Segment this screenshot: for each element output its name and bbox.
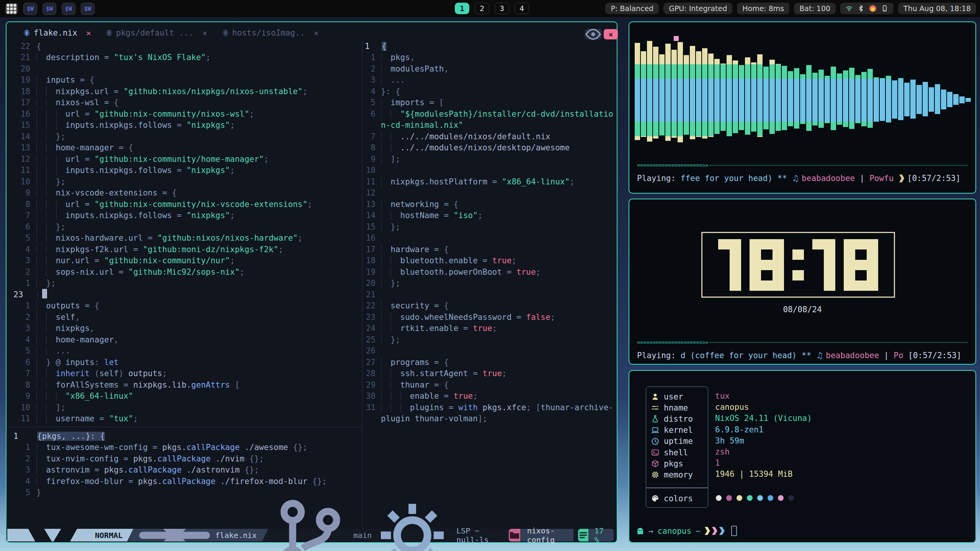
visualizer-column [953, 94, 959, 105]
code-line: 12 [364, 187, 615, 199]
terminal-color-dots [716, 495, 794, 501]
tag-3[interactable]: 3 [495, 3, 509, 14]
tab-pkgs-default-[interactable]: pkgs/default ...× [106, 28, 207, 38]
tag-1[interactable]: 1 [455, 3, 469, 14]
visualizer-column [935, 84, 940, 114]
app-button[interactable]: $W [62, 3, 75, 15]
audio-visualizer [635, 28, 970, 165]
shell-prompt[interactable]: → canopus ~ [636, 526, 737, 536]
music-visualizer-window[interactable]: =====================>> Playing: ffee fo… [629, 21, 976, 194]
code-line: 5 imports = [ [364, 97, 615, 109]
fetch-row-kernel: kernel [651, 425, 693, 436]
code-line: 18 bluetooth.enable = true; [364, 255, 615, 267]
tag-2[interactable]: 2 [475, 3, 489, 14]
playing-lbl: Playing: [637, 351, 681, 360]
code-line: 21 description = "tux's NixOS Flake"; [13, 52, 360, 64]
gear-icon [372, 495, 453, 551]
code-line: 15 }; [364, 221, 615, 233]
flame-icon[interactable] [869, 5, 876, 12]
code-line: 1 tux-awesome-wm-config = pkgs.callPacka… [13, 442, 360, 453]
visualizer-column [947, 92, 952, 107]
visualizer-column [886, 76, 891, 122]
window-close-button[interactable]: × [604, 29, 618, 39]
git-branch-segment: main [270, 495, 372, 551]
phone-icon[interactable] [881, 5, 888, 12]
code-line: 4 firefox-mod-blur = pkgs.callPackage ./… [13, 476, 360, 487]
neovim-window[interactable]: flake.nix×pkgs/default ...×hosts/isoImag… [6, 21, 617, 543]
now-playing-line: Playing: ffee for your head) ** ♫ beabad… [637, 174, 968, 183]
color-dot [788, 495, 794, 501]
vertical-split-divider[interactable] [362, 39, 363, 531]
visualizer-column [910, 80, 916, 119]
playing-lbl: Playing: [637, 174, 681, 183]
visualizer-accent-pixel [674, 36, 679, 41]
progress-rule [709, 342, 968, 343]
visualizer-column [892, 80, 897, 119]
shell-icon [651, 448, 659, 456]
code-line: n-cd-minimal.nix" [364, 120, 615, 131]
statusline: NORMAL flake.nix main LSP ~ null-ls nixo… [7, 529, 616, 541]
terminal-fetch-window[interactable]: userhnamedistrokerneluptimeshellpkgsmemo… [629, 370, 976, 543]
code-line: 15 inputs.nixpkgs.follows = "nixpkgs"; [13, 120, 360, 131]
code-line: 6 "${modulesPath}/installer/cd-dvd/insta… [364, 108, 615, 120]
launcher-button[interactable] [5, 3, 18, 15]
code-line: 12 url = "github:nix-community/home-mana… [13, 153, 360, 165]
playing-time: [0:57/2:53] [908, 351, 961, 360]
lsp-segment: LSP ~ null-ls [372, 495, 499, 551]
kernel-icon [651, 426, 659, 434]
fetch-row-shell: shell [651, 447, 688, 458]
network-icon[interactable] [846, 5, 853, 12]
visualizer-column [659, 54, 665, 135]
tab-close-icon[interactable]: × [202, 28, 207, 38]
code-line: 19 bluetooth.powerOnBoot = true; [364, 266, 615, 278]
app-button[interactable]: $W [81, 3, 95, 15]
code-line: 5 ... [13, 346, 360, 357]
tab-flake-nix[interactable]: flake.nix× [23, 28, 91, 38]
playing-sep: | [855, 174, 869, 183]
visualizer-column [733, 60, 738, 133]
app-button[interactable]: $W [23, 3, 37, 15]
tab-close-icon[interactable]: × [86, 28, 91, 38]
visualizer-column [745, 57, 750, 135]
visualizer-column [867, 69, 873, 128]
fetch-divider [646, 487, 708, 488]
color-dot [778, 495, 784, 501]
code-line: 22 security = { [364, 300, 615, 312]
code-pane-pkgs-default[interactable]: 1{pkgs, ...}: {1 tux-awesome-wm-config =… [13, 430, 360, 498]
bluetooth-icon[interactable] [858, 5, 864, 12]
code-line: 10 [364, 165, 615, 176]
window-toggle-button[interactable] [585, 29, 602, 39]
tab-hosts-isoImag-[interactable]: hosts/isoImag..× [222, 28, 319, 38]
code-line: 9 ]; [364, 153, 615, 165]
code-line: 16 url = "github:nix-community/nixos-wsl… [13, 108, 360, 120]
code-line: 9 "x86_64-linux" [13, 391, 360, 402]
tag-4[interactable]: 4 [514, 3, 529, 14]
playing-song: ffee for your head) ** [681, 174, 792, 183]
code-line: 19 inputs = { [13, 75, 360, 86]
visualizer-column [849, 68, 854, 129]
prompt-chevron-icon [705, 527, 710, 535]
visualizer-column [702, 48, 707, 139]
code-line: 30 enable = true; [364, 391, 615, 402]
visualizer-column [684, 55, 689, 135]
app-button[interactable]: $W [42, 3, 56, 15]
clock-widget-window[interactable]: 08/08/24 =====================>> Playing… [629, 199, 976, 365]
color-dot [726, 495, 732, 501]
code-line: 1{ [364, 41, 615, 52]
code-pane-flake[interactable]: 22{21 description = "tux's NixOS Flake";… [13, 41, 360, 424]
code-line: 8 forAllSystems = nixpkgs.lib.genAttrs [ [13, 379, 360, 391]
visualizer-column [837, 73, 842, 125]
tab-close-icon[interactable]: × [314, 28, 318, 38]
code-pane-iso-image[interactable]: 1{1 pkgs,2 modulesPath,3 ...4}: {5 impor… [364, 41, 615, 424]
horizontal-split-divider[interactable] [7, 427, 362, 427]
code-line: 2 modulesPath, [364, 63, 615, 75]
branch-label: main [353, 531, 372, 540]
code-line: 5 nixos-hardware.url = "github:nixos/nix… [13, 233, 360, 244]
visualizer-column [665, 44, 671, 141]
visualizer-column [959, 96, 965, 103]
visualizer-column [727, 55, 732, 136]
visualizer-column [800, 74, 805, 124]
visualizer-column [916, 85, 922, 114]
code-line: 1{pkgs, ...}: { [13, 430, 360, 442]
fetch-value-uptime: 3h 59m [715, 436, 744, 445]
